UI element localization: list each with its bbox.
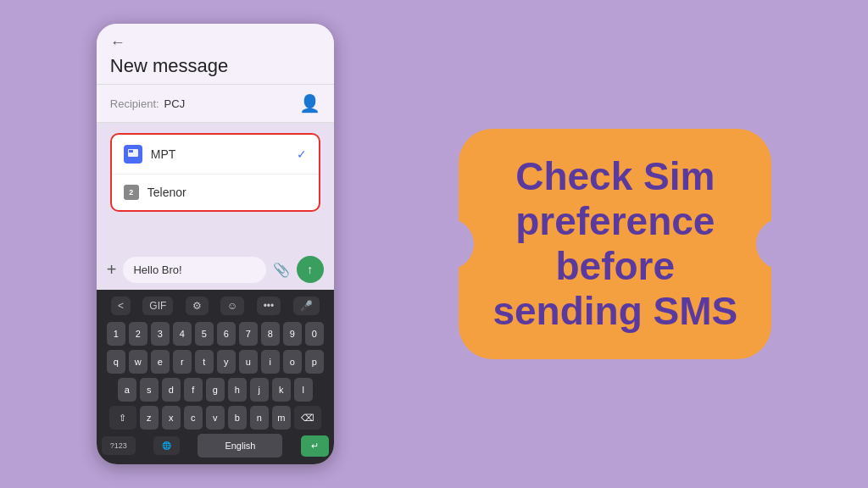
mpt-sim-icon (124, 145, 142, 164)
kb-emoji-btn[interactable]: ☺ (220, 297, 244, 315)
kb-space-key[interactable]: English (198, 434, 282, 458)
kb-gif-btn[interactable]: GIF (142, 297, 173, 315)
svg-rect-1 (129, 150, 133, 152)
kb-key-4[interactable]: 4 (173, 322, 192, 346)
kb-key-2[interactable]: 2 (129, 322, 147, 346)
add-attachment-button[interactable]: + (107, 260, 117, 280)
kb-asdf-row: a s d f g h j k l (102, 378, 329, 402)
recipient-bar: Recipient: PCJ 👤 (97, 85, 334, 123)
kb-key-i[interactable]: i (261, 350, 280, 374)
kb-mic-btn[interactable]: 🎤 (293, 297, 320, 315)
kb-key-5[interactable]: 5 (195, 322, 214, 346)
kb-key-q[interactable]: q (107, 350, 125, 374)
kb-key-e[interactable]: e (151, 350, 170, 374)
kb-shift-key[interactable]: ⇧ (109, 406, 136, 430)
kb-key-y[interactable]: y (217, 350, 236, 374)
mpt-sim-name: MPT (151, 147, 297, 161)
kb-enter-key[interactable]: ↵ (301, 435, 329, 457)
kb-key-s[interactable]: s (140, 378, 159, 402)
kb-key-0[interactable]: 0 (305, 322, 324, 346)
kb-key-3[interactable]: 3 (151, 322, 170, 346)
kb-globe-btn[interactable]: 🌐 (153, 436, 180, 455)
kb-number-row: 1 2 3 4 5 6 7 8 9 0 (102, 322, 329, 346)
kb-key-m[interactable]: m (272, 406, 291, 430)
kb-key-p[interactable]: p (305, 350, 324, 374)
kb-settings-btn[interactable]: ⚙ (186, 297, 209, 315)
telenor-badge: 2 (124, 185, 139, 200)
kb-key-h[interactable]: h (228, 378, 247, 402)
kb-key-8[interactable]: 8 (261, 322, 280, 346)
recipient-label: Recipient: (110, 97, 159, 110)
kb-key-r[interactable]: r (173, 350, 192, 374)
sim-option-telenor[interactable]: 2 Telenor (112, 175, 319, 210)
kb-bottom-row: ?123 🌐 English ↵ (102, 434, 329, 458)
sim-dropdown: MPT ✓ 2 Telenor (110, 133, 320, 212)
kb-key-c[interactable]: c (184, 406, 203, 430)
message-input[interactable]: Hello Bro! (123, 257, 265, 283)
kb-key-d[interactable]: d (162, 378, 181, 402)
phone-mockup: ← New message Recipient: PCJ 👤 MPT ✓ 2 T… (97, 24, 334, 464)
kb-key-x[interactable]: x (162, 406, 181, 430)
kb-key-k[interactable]: k (272, 378, 291, 402)
kb-key-j[interactable]: j (250, 378, 269, 402)
keyboard: < GIF ⚙ ☺ ••• 🎤 1 2 3 4 5 6 7 8 9 0 q (97, 290, 334, 464)
kb-key-9[interactable]: 9 (283, 322, 302, 346)
send-button[interactable]: ↑ (297, 256, 324, 283)
kb-back-btn[interactable]: < (111, 297, 131, 315)
kb-key-t[interactable]: t (195, 350, 214, 374)
kb-key-o[interactable]: o (283, 350, 302, 374)
kb-numbers-btn[interactable]: ?123 (102, 436, 136, 455)
kb-zxcv-row: ⇧ z x c v b n m ⌫ (102, 406, 329, 430)
kb-key-7[interactable]: 7 (239, 322, 258, 346)
telenor-sim-name: Telenor (147, 186, 307, 199)
kb-key-6[interactable]: 6 (217, 322, 236, 346)
kb-key-n[interactable]: n (250, 406, 269, 430)
kb-key-l[interactable]: l (294, 378, 313, 402)
kb-key-z[interactable]: z (140, 406, 159, 430)
keyboard-toolbar: < GIF ⚙ ☺ ••• 🎤 (102, 297, 329, 315)
message-bar: + Hello Bro! 📎 ↑ (97, 249, 334, 290)
bubble-line2: preference (515, 199, 715, 243)
kb-key-b[interactable]: b (228, 406, 247, 430)
bubble-line4: sending SMS (492, 289, 737, 333)
kb-qwerty-row: q w e r t y u i o p (102, 350, 329, 374)
sim-option-mpt[interactable]: MPT ✓ (112, 135, 319, 175)
mpt-check-icon: ✓ (297, 147, 307, 161)
kb-more-btn[interactable]: ••• (257, 297, 281, 315)
phone-title: New message (110, 55, 320, 77)
contact-icon[interactable]: 👤 (299, 93, 320, 114)
kb-key-v[interactable]: v (206, 406, 225, 430)
kb-key-u[interactable]: u (239, 350, 258, 374)
main-container: ← New message Recipient: PCJ 👤 MPT ✓ 2 T… (0, 0, 868, 488)
info-bubble: Check Sim preference before sending SMS (459, 129, 771, 359)
kb-key-1[interactable]: 1 (107, 322, 125, 346)
bubble-text: Check Sim preference before sending SMS (492, 154, 737, 334)
kb-key-w[interactable]: w (129, 350, 147, 374)
recipient-value: PCJ (164, 97, 299, 110)
bubble-line1: Check Sim (515, 154, 715, 198)
bubble-line3: before (556, 244, 676, 288)
kb-key-g[interactable]: g (206, 378, 225, 402)
kb-key-f[interactable]: f (184, 378, 203, 402)
attachment-icon[interactable]: 📎 (273, 262, 290, 278)
kb-backspace-key[interactable]: ⌫ (294, 406, 321, 430)
phone-header: ← New message (97, 24, 334, 85)
kb-key-a[interactable]: a (118, 378, 136, 402)
back-button[interactable]: ← (110, 34, 320, 52)
